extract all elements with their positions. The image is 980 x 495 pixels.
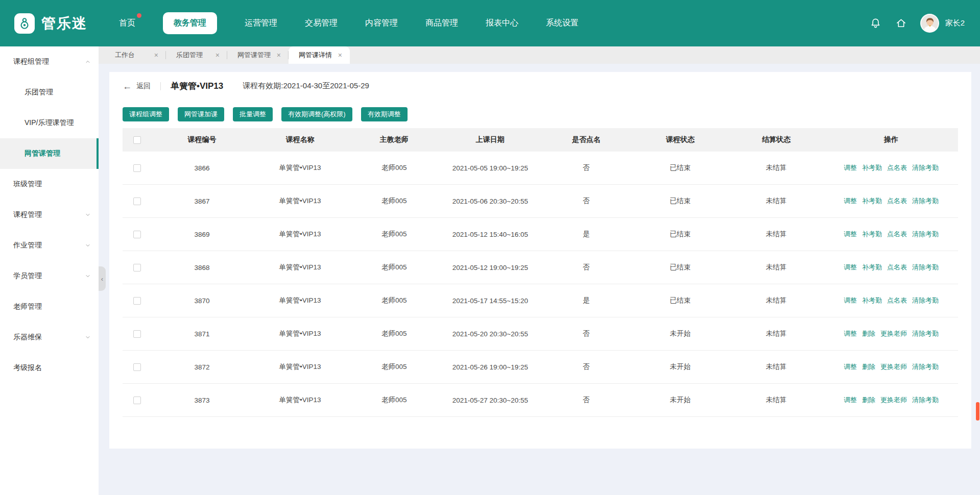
tab-online-course-detail[interactable]: 网管课详情× xyxy=(289,46,350,64)
row-checkbox-cell xyxy=(123,164,152,172)
select-all-checkbox[interactable] xyxy=(133,136,141,144)
row-checkbox[interactable] xyxy=(133,264,141,271)
course-id-cell: 3873 xyxy=(152,397,252,404)
adjust-link[interactable]: 调整 xyxy=(844,363,857,370)
rollcall-cell: 否 xyxy=(540,163,632,172)
rollcall-sheet-link[interactable]: 点名表 xyxy=(887,197,907,205)
nav-item-home[interactable]: 首页 xyxy=(119,12,135,34)
sidebar-item-orchestra-mgmt[interactable]: 乐团管理 xyxy=(0,77,99,108)
delete-link[interactable]: 删除 xyxy=(862,330,875,337)
row-actions-cell: 调整补考勤点名表清除考勤 xyxy=(824,296,958,305)
close-icon[interactable]: × xyxy=(277,52,281,59)
nav-item-goods[interactable]: 商品管理 xyxy=(425,12,458,34)
course-id-cell: 3866 xyxy=(152,164,252,172)
adjust-link[interactable]: 调整 xyxy=(844,330,857,337)
adjust-link[interactable]: 调整 xyxy=(844,296,857,304)
sidebar-item-teacher-mgmt[interactable]: 老师管理 xyxy=(0,291,99,322)
change-teacher-link[interactable]: 更换老师 xyxy=(880,396,907,404)
chevron-down-icon xyxy=(85,212,91,218)
row-checkbox[interactable] xyxy=(133,330,141,338)
home-icon[interactable] xyxy=(895,17,908,30)
sidebar-item-class-mgmt[interactable]: 班级管理 xyxy=(0,169,99,200)
row-checkbox[interactable] xyxy=(133,197,141,205)
date-cell: 2021-05-26 19:00~19:25 xyxy=(440,363,540,371)
row-checkbox[interactable] xyxy=(133,297,141,305)
makeup-attendance-link[interactable]: 补考勤 xyxy=(862,296,882,304)
change-teacher-link[interactable]: 更换老师 xyxy=(880,330,907,337)
row-checkbox[interactable] xyxy=(133,397,141,404)
batch-adjust-button[interactable]: 批量调整 xyxy=(233,107,273,121)
clear-attendance-link[interactable]: 清除考勤 xyxy=(912,164,939,171)
sidebar-collapse-handle[interactable]: ‹ xyxy=(99,266,106,291)
adjust-validity-high-privilege-button[interactable]: 有效期调整(高权限) xyxy=(281,107,352,121)
table-row: 3869单簧管•VIP13老师0052021-05-12 15:40~16:05… xyxy=(123,218,958,251)
sidebar-item-homework-mgmt[interactable]: 作业管理 xyxy=(0,230,99,261)
sidebar: 课程组管理乐团管理VIP/乐理课管理网管课管理班级管理课程管理作业管理学员管理老… xyxy=(0,46,99,495)
add-online-course-button[interactable]: 网管课加课 xyxy=(178,107,224,121)
clear-attendance-link[interactable]: 清除考勤 xyxy=(912,263,939,271)
sidebar-item-student-mgmt[interactable]: 学员管理 xyxy=(0,261,99,291)
course-id-cell: 3868 xyxy=(152,264,252,271)
sidebar-item-online-course-mgmt[interactable]: 网管课管理 xyxy=(0,138,99,169)
close-icon[interactable]: × xyxy=(216,52,220,59)
tab-orchestra-mgmt[interactable]: 乐团管理× xyxy=(166,46,227,64)
adjust-course-group-button[interactable]: 课程组调整 xyxy=(123,107,169,121)
row-actions-cell: 调整删除更换老师清除考勤 xyxy=(824,329,958,338)
makeup-attendance-link[interactable]: 补考勤 xyxy=(862,230,882,238)
clear-attendance-link[interactable]: 清除考勤 xyxy=(912,396,939,404)
adjust-validity-button[interactable]: 有效期调整 xyxy=(361,107,408,121)
sidebar-item-label: 老师管理 xyxy=(13,302,42,311)
makeup-attendance-link[interactable]: 补考勤 xyxy=(862,263,882,271)
clear-attendance-link[interactable]: 清除考勤 xyxy=(912,330,939,337)
nav-item-system-settings[interactable]: 系统设置 xyxy=(546,12,579,34)
tab-online-course-mgmt[interactable]: 网管课管理× xyxy=(227,46,289,64)
nav-item-operation[interactable]: 运营管理 xyxy=(245,12,277,34)
makeup-attendance-link[interactable]: 补考勤 xyxy=(862,164,882,171)
adjust-link[interactable]: 调整 xyxy=(844,396,857,404)
rollcall-sheet-link[interactable]: 点名表 xyxy=(887,164,907,171)
row-checkbox[interactable] xyxy=(133,363,141,371)
adjust-link[interactable]: 调整 xyxy=(844,230,857,238)
nav-item-report-center[interactable]: 报表中心 xyxy=(486,12,518,34)
nav-item-trade[interactable]: 交易管理 xyxy=(305,12,338,34)
delete-link[interactable]: 删除 xyxy=(862,363,875,370)
close-icon[interactable]: × xyxy=(154,52,158,59)
row-checkbox[interactable] xyxy=(133,164,141,172)
tab-workbench[interactable]: 工作台× xyxy=(105,46,166,64)
sidebar-item-label: 考级报名 xyxy=(13,363,42,373)
back-button[interactable]: ← 返回 xyxy=(123,82,151,91)
clear-attendance-link[interactable]: 清除考勤 xyxy=(912,296,939,304)
date-cell: 2021-05-12 19:00~19:25 xyxy=(440,264,540,271)
adjust-link[interactable]: 调整 xyxy=(844,197,857,205)
user-name[interactable]: 家长2 xyxy=(945,18,965,28)
clear-attendance-link[interactable]: 清除考勤 xyxy=(912,197,939,205)
sidebar-item-instrument-maintenance[interactable]: 乐器维保 xyxy=(0,322,99,353)
rollcall-sheet-link[interactable]: 点名表 xyxy=(887,263,907,271)
user-avatar[interactable] xyxy=(920,14,939,33)
course-id-cell: 3872 xyxy=(152,363,252,371)
clear-attendance-link[interactable]: 清除考勤 xyxy=(912,363,939,370)
makeup-attendance-link[interactable]: 补考勤 xyxy=(862,197,882,205)
sidebar-item-exam-registration[interactable]: 考级报名 xyxy=(0,353,99,383)
clear-attendance-link[interactable]: 清除考勤 xyxy=(912,230,939,238)
rollcall-sheet-link[interactable]: 点名表 xyxy=(887,230,907,238)
row-checkbox[interactable] xyxy=(133,231,141,238)
delete-link[interactable]: 删除 xyxy=(862,396,875,404)
course-status-cell: 已结束 xyxy=(632,196,728,206)
sidebar-item-course-group-mgmt[interactable]: 课程组管理 xyxy=(0,46,99,77)
adjust-link[interactable]: 调整 xyxy=(844,263,857,271)
close-icon[interactable]: × xyxy=(338,52,342,59)
page-scrollbar-thumb[interactable] xyxy=(976,402,979,420)
nav-item-academic-affairs[interactable]: 教务管理 xyxy=(163,12,217,34)
adjust-link[interactable]: 调整 xyxy=(844,164,857,171)
bell-icon[interactable] xyxy=(869,17,882,30)
change-teacher-link[interactable]: 更换老师 xyxy=(880,363,907,370)
date-cell: 2021-05-20 20:30~20:55 xyxy=(440,330,540,338)
rollcall-cell: 否 xyxy=(540,196,632,206)
sidebar-item-vip-theory-mgmt[interactable]: VIP/乐理课管理 xyxy=(0,108,99,138)
course-table: 课程编号课程名称主教老师上课日期是否点名课程状态结算状态操作 3866单簧管•V… xyxy=(123,128,958,417)
rollcall-sheet-link[interactable]: 点名表 xyxy=(887,296,907,304)
back-arrow-icon: ← xyxy=(123,82,132,91)
sidebar-item-course-mgmt[interactable]: 课程管理 xyxy=(0,200,99,230)
nav-item-content[interactable]: 内容管理 xyxy=(365,12,398,34)
